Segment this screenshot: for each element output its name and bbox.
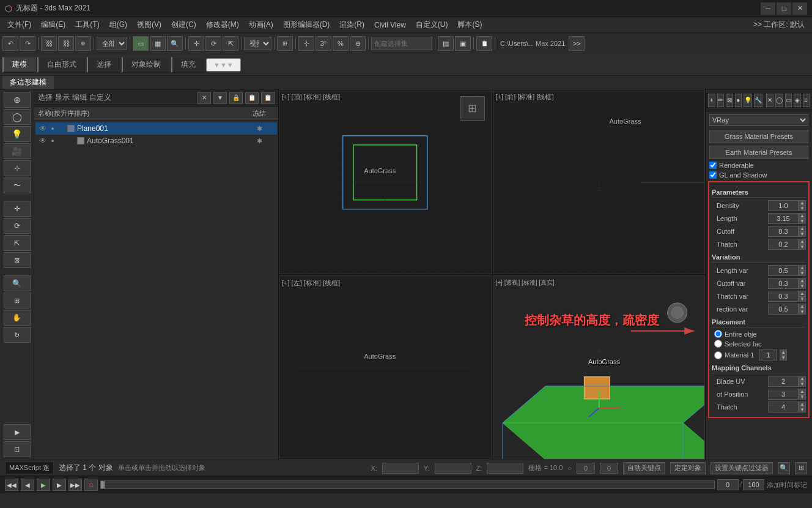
search-button[interactable]: 🔍 [778, 462, 790, 474]
menu-group[interactable]: 组(G) [105, 18, 132, 31]
cutoff-spin[interactable]: ▲ ▼ [799, 226, 806, 237]
z-coord[interactable] [487, 463, 523, 474]
undo-button[interactable]: ↶ [2, 36, 18, 51]
zoom-button[interactable]: 🔍 [4, 275, 31, 291]
tab-more[interactable]: ▼▼▼ [206, 58, 241, 72]
subtab-polygon-modeling[interactable]: 多边形建模 [2, 76, 54, 89]
viewport-top[interactable]: [+] [顶] [标准] [线框] AutoGrass ⊞ [279, 89, 492, 274]
visibility-icon-autograss001[interactable]: 👁 [38, 136, 48, 146]
menu-render[interactable]: 渲染(R) [334, 18, 369, 31]
scene-close-button[interactable]: ✕ [197, 92, 211, 104]
material-down[interactable]: ▼ [780, 355, 787, 360]
renderer-select[interactable]: VRay [709, 114, 808, 126]
thatch-var-up[interactable]: ▲ [799, 291, 806, 296]
total-frames[interactable]: 100 [743, 479, 764, 490]
scale-tool-button[interactable]: ⇱ [4, 235, 31, 251]
earth-material-presets-button[interactable]: Earth Material Presets [709, 146, 808, 159]
blade-uv-up[interactable]: ▲ [799, 376, 806, 381]
menu-view[interactable]: 视图(V) [132, 18, 166, 31]
spinner-snap-button[interactable]: ⊕ [350, 36, 366, 51]
cutoff-var-up[interactable]: ▲ [799, 278, 806, 283]
density-spin[interactable]: ▲ ▼ [799, 200, 806, 211]
tab-freeform[interactable]: 自由形式 [37, 57, 86, 73]
length-up[interactable]: ▲ [799, 213, 806, 219]
helpers-button[interactable]: ⊹ [4, 160, 31, 176]
rp-edit-button[interactable]: ✏ [717, 94, 725, 107]
menu-tools[interactable]: 工具(T) [70, 18, 104, 31]
render-icon-autograss001[interactable]: ● [48, 136, 57, 146]
tab-populate[interactable]: 填充 [171, 57, 205, 73]
move-button[interactable]: ✛ [188, 36, 204, 51]
cameras-button[interactable]: 🎥 [4, 143, 31, 159]
rp-add-button[interactable]: + [708, 94, 715, 107]
viewport-perspective[interactable]: [+] [透视] [标准] [真实] [493, 275, 706, 460]
select-region-button[interactable]: ▦ [150, 36, 166, 51]
tree-item-autograss001[interactable]: 👁 ● AutoGrass001 ✱ [35, 135, 277, 147]
viewport-left[interactable]: [+] [左] [标准] [线框] AutoGrass [279, 275, 492, 460]
go-start-button[interactable]: ◀◀ [5, 479, 18, 491]
density-up[interactable]: ▲ [799, 200, 806, 206]
orbit-button[interactable]: ↻ [4, 327, 31, 343]
maximize-button[interactable]: □ [777, 2, 791, 15]
visibility-icon-plane001[interactable]: 👁 [38, 124, 48, 133]
blade-uv-down[interactable]: ▼ [799, 381, 806, 387]
rp-motion-button[interactable]: ● [735, 94, 742, 107]
mirror-button[interactable]: ▤ [438, 36, 454, 51]
auto-key-button[interactable]: 自动关键点 [623, 462, 665, 474]
menu-customize[interactable]: 自定义(U) [411, 18, 453, 31]
scene-lock-button[interactable]: 🔒 [229, 92, 243, 104]
thatch-down[interactable]: ▼ [799, 244, 806, 250]
rp-menu-button[interactable]: ≡ [803, 94, 810, 107]
x-coord[interactable] [382, 463, 419, 474]
cutoff-var-down[interactable]: ▼ [799, 283, 806, 289]
thatch-mapping-down[interactable]: ▼ [799, 407, 806, 413]
scene-copy-button[interactable]: 📋 [245, 92, 259, 104]
menu-script[interactable]: 脚本(S) [452, 18, 487, 31]
rp-display-button[interactable]: 💡 [744, 94, 752, 107]
ot-position-up[interactable]: ▲ [799, 389, 806, 394]
zoom-all-button[interactable]: ⊞ [4, 293, 31, 308]
window-controls[interactable]: ─ □ ✕ [761, 2, 807, 15]
expand-button[interactable]: ⊡ [4, 441, 31, 457]
rection-var-down[interactable]: ▼ [799, 309, 806, 315]
length-var-spin[interactable]: ▲ ▼ [799, 265, 806, 276]
thatch-spin[interactable]: ▲ ▼ [799, 239, 806, 250]
menu-modifier[interactable]: 修改器(M) [201, 18, 244, 31]
tab-object-paint[interactable]: 对象绘制 [122, 57, 170, 73]
material-spin[interactable]: ▲ ▼ [780, 349, 787, 360]
material-up[interactable]: ▲ [780, 349, 787, 355]
menu-edit[interactable]: 编辑(E) [36, 18, 70, 31]
thatch-var-down[interactable]: ▼ [799, 296, 806, 302]
entire-object-radio[interactable] [714, 330, 722, 338]
menu-file[interactable]: 文件(F) [2, 18, 36, 31]
go-end-button[interactable]: ▶▶ [68, 479, 82, 491]
rp-circle-button[interactable]: ◯ [775, 94, 783, 107]
scene-filter-button[interactable]: ▼ [213, 92, 227, 104]
rotate-tool-button[interactable]: ⟳ [4, 218, 31, 234]
filter-button[interactable]: ⊞ [795, 462, 807, 474]
thatch-var-spin[interactable]: ▲ ▼ [799, 291, 806, 302]
material-radio[interactable] [714, 351, 722, 359]
length-var-down[interactable]: ▼ [799, 271, 806, 276]
bind-button[interactable]: ⊕ [75, 36, 91, 51]
spacewarps-button[interactable]: 〜 [4, 177, 31, 193]
percent-snap-button[interactable]: % [333, 36, 349, 51]
tab-model[interactable]: 建模 [2, 57, 36, 73]
scale-button[interactable]: ⇱ [223, 36, 238, 51]
select-by-name-button[interactable]: 🔍 [167, 36, 183, 51]
pivot-button[interactable]: ⊞ [277, 36, 293, 51]
unlink-button[interactable]: ⛓ [58, 36, 74, 51]
selected-faces-radio[interactable] [714, 340, 722, 348]
ot-position-spin[interactable]: ▲ ▼ [799, 389, 806, 400]
rp-rect-button[interactable]: ▭ [785, 94, 792, 107]
rp-utilities-button[interactable]: 🔧 [754, 94, 762, 107]
cutoff-down[interactable]: ▼ [799, 231, 806, 237]
lights-button[interactable]: 💡 [4, 126, 31, 142]
angle-snap-button[interactable]: 3° [316, 36, 331, 51]
cutoff-var-spin[interactable]: ▲ ▼ [799, 278, 806, 289]
gl-shadow-checkbox[interactable] [709, 171, 717, 179]
play-button[interactable]: ▶ [37, 479, 50, 491]
rotate-button[interactable]: ⟳ [205, 36, 221, 51]
place-button[interactable]: ⊠ [4, 252, 31, 268]
ot-position-down[interactable]: ▼ [799, 394, 806, 400]
